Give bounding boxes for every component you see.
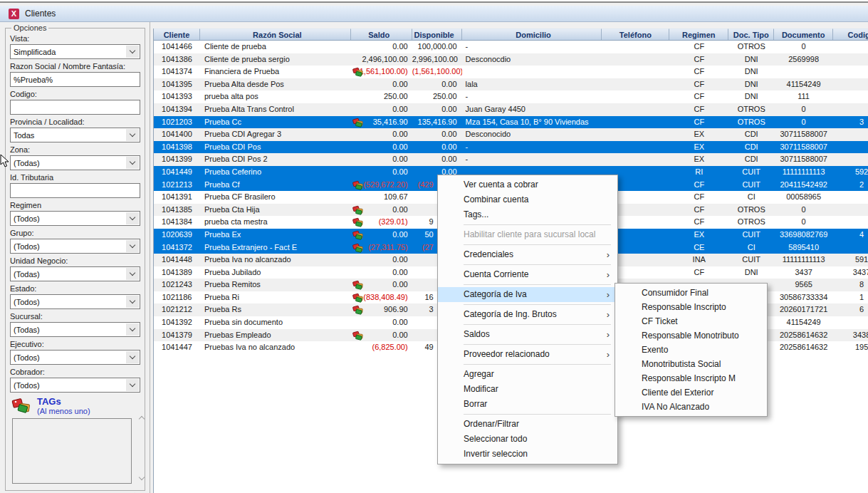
table-row[interactable]: 1041400Prueba CDI Agregar 30.000.00Desco… bbox=[154, 128, 868, 141]
cell-saldo: (6,825.00) bbox=[351, 341, 412, 354]
cell-regimen: EX bbox=[669, 141, 728, 154]
cell-saldo: 250.00 bbox=[351, 90, 412, 103]
cell-regimen: INA bbox=[669, 254, 728, 266]
estado-select[interactable]: (Todos) bbox=[10, 294, 140, 309]
provincia-localidad-select[interactable]: Todas bbox=[10, 128, 140, 142]
saldo-value: 0.00 bbox=[392, 255, 407, 264]
combo-dropdown-button[interactable] bbox=[126, 296, 139, 308]
column-header-documento[interactable]: Documento bbox=[774, 28, 833, 40]
column-header-disponible[interactable]: Disponible bbox=[412, 28, 462, 40]
regimen-select[interactable]: (Todos) bbox=[10, 211, 140, 226]
ejecutivo-select[interactable]: (Todos) bbox=[10, 350, 140, 365]
table-row[interactable]: 1041395Prueba Alta desde Pos0.000.00lala… bbox=[154, 78, 868, 91]
table-row[interactable]: 1041393prueba alta pos250.00250.00-CFDNI… bbox=[154, 90, 868, 103]
cell-cliente: 1041384 bbox=[154, 216, 200, 229]
razon-social-nombre-fantas-a-input[interactable]: %Prueba% bbox=[10, 72, 140, 87]
combo-dropdown-button[interactable] bbox=[126, 129, 139, 141]
unidad-negocio-select[interactable]: (Todas) bbox=[10, 266, 140, 281]
combo-dropdown-button[interactable] bbox=[126, 351, 139, 363]
submenu-item-exento[interactable]: Exento bbox=[615, 343, 767, 357]
submenu-item-consumidor-final[interactable]: Consumidor Final bbox=[615, 286, 767, 300]
saldo-value: 0.00 bbox=[392, 80, 407, 88]
table-row[interactable]: 1041398Prueba CDI Pos0.000.00-EXCDI30711… bbox=[154, 141, 868, 154]
combo-dropdown-button[interactable] bbox=[126, 157, 139, 169]
cell-doc-tipo: CI bbox=[728, 191, 774, 204]
cell-razon-social: Prueba CF Brasilero bbox=[200, 191, 351, 204]
menu-item-categor-a-de-ing-brutos[interactable]: Categoría de Ing. Brutos› bbox=[438, 307, 617, 322]
cell-telefono bbox=[602, 128, 669, 141]
cell-codigo bbox=[833, 242, 868, 254]
submenu-item-responsable-inscripto-m[interactable]: Responsable Inscripto M bbox=[615, 371, 767, 385]
column-header-regimen[interactable]: Regimen bbox=[669, 28, 728, 40]
menu-item-ver-cuenta-a-cobrar[interactable]: Ver cuenta a cobrar bbox=[438, 177, 617, 192]
field-label: Regimen bbox=[10, 201, 140, 210]
column-header-codigo[interactable]: Codigo bbox=[833, 28, 868, 40]
table-row[interactable]: 1041386Cliente de prueba sergio2,496,100… bbox=[154, 53, 868, 66]
codigo-input[interactable] bbox=[10, 100, 140, 115]
cell-codigo: 6 bbox=[833, 303, 868, 316]
column-header-cliente[interactable]: Cliente bbox=[154, 28, 200, 40]
menu-item-modificar[interactable]: Modificar bbox=[438, 382, 617, 397]
saldo-value: (838,408.49) bbox=[363, 293, 407, 301]
scroll-up-icon[interactable] bbox=[140, 417, 144, 421]
table-row[interactable]: 1041394Prueba Alta Trans Control0.000.00… bbox=[154, 103, 868, 116]
vista-select[interactable]: Simplificada bbox=[10, 44, 140, 59]
field-value: Todas bbox=[14, 131, 34, 140]
combo-dropdown-button[interactable] bbox=[126, 46, 139, 58]
submenu-item-cf-ticket[interactable]: CF Ticket bbox=[615, 314, 767, 328]
menu-item-agregar[interactable]: Agregar bbox=[438, 367, 617, 382]
grupo-select[interactable]: (Todos) bbox=[10, 239, 140, 254]
cell-razon-social: Prueba CDI Pos bbox=[200, 141, 351, 154]
submenu-item-cliente-del-exterior[interactable]: Cliente del Exterior bbox=[615, 385, 767, 400]
menu-item-tags[interactable]: Tags... bbox=[438, 207, 617, 222]
id-tributaria-input[interactable] bbox=[10, 183, 140, 198]
scroll-down-icon[interactable] bbox=[140, 475, 144, 479]
tags-listbox[interactable] bbox=[12, 418, 132, 484]
column-header-domicilio[interactable]: Domicilio bbox=[462, 28, 602, 40]
tags-icon bbox=[352, 180, 363, 190]
cell-razon-social: prueba cta mestra bbox=[200, 216, 351, 229]
submenu-item-iva-no-alcanzado[interactable]: IVA No Alcanzado bbox=[615, 400, 767, 414]
field-label: Unidad Negocio: bbox=[10, 256, 140, 266]
combo-dropdown-button[interactable] bbox=[126, 379, 139, 391]
sucursal-select[interactable]: (Todas) bbox=[10, 322, 140, 337]
menu-item-categor-a-de-iva[interactable]: Categoría de Iva› bbox=[438, 287, 617, 302]
zona-select[interactable]: (Todas) bbox=[10, 155, 140, 170]
menu-item-seleccionar-todo[interactable]: Seleccionar todo bbox=[438, 432, 617, 447]
cell-domicilio: - bbox=[462, 41, 602, 53]
menu-item-saldos[interactable]: Saldos› bbox=[438, 327, 617, 342]
table-row[interactable]: 1021203Prueba Cc35,416.90135,416.90Mza 1… bbox=[154, 116, 868, 129]
cell-cliente: 1041448 bbox=[154, 254, 200, 266]
menu-item-invertir-seleccion[interactable]: Invertir seleccion bbox=[438, 447, 617, 462]
combo-dropdown-button[interactable] bbox=[126, 268, 139, 280]
combo-dropdown-button[interactable] bbox=[126, 323, 139, 336]
saldo-value: 0.00 bbox=[392, 205, 407, 214]
cell-razon-social: Prueba Jubilado bbox=[200, 266, 351, 279]
tags-labels: TAGs (Al menos uno) bbox=[37, 397, 90, 415]
submenu-item-responsable-inscripto[interactable]: Responsable Inscripto bbox=[615, 300, 767, 314]
saldo-value: 35,416.90 bbox=[373, 118, 408, 126]
menu-item-combinar-cuenta[interactable]: Combinar cuenta bbox=[438, 192, 617, 207]
column-header-saldo[interactable]: Saldo bbox=[351, 28, 412, 40]
menu-item-credenciales[interactable]: Credenciales› bbox=[438, 247, 617, 262]
combo-dropdown-button[interactable] bbox=[126, 240, 139, 252]
table-row[interactable]: 1041466Cliente de prueba0.00100,000.00-C… bbox=[154, 41, 868, 53]
menu-item-borrar[interactable]: Borrar bbox=[438, 397, 617, 412]
menu-item-proveedor-relacionado[interactable]: Proveedor relacionado› bbox=[438, 347, 617, 362]
submenu-item-responsable-monotributo[interactable]: Responsable Monotributo bbox=[615, 328, 767, 343]
table-row[interactable]: 1041374Financiera de Prueba(1,561,100.00… bbox=[154, 66, 868, 78]
menu-item-cuenta-corriente[interactable]: Cuenta Corriente› bbox=[438, 267, 617, 282]
column-header-raz-n-social[interactable]: Razón Social bbox=[200, 28, 351, 40]
cell-saldo: 0.00 bbox=[351, 78, 412, 91]
cell-disponible: 135,416.90 bbox=[412, 116, 462, 129]
combo-dropdown-button[interactable] bbox=[126, 212, 139, 224]
column-header-tel-fono[interactable]: Teléfono bbox=[602, 28, 669, 40]
cell-razon-social: Prueba CDI Pos 2 bbox=[200, 153, 351, 166]
table-row[interactable]: 1041399Prueba CDI Pos 20.000.00-EXCDI307… bbox=[154, 153, 868, 166]
cobrador-select[interactable]: (Todos) bbox=[10, 378, 140, 393]
column-header-doc-tipo[interactable]: Doc. Tipo bbox=[728, 28, 774, 40]
chevron-down-icon bbox=[130, 48, 135, 53]
cell-doc-tipo: CUIT bbox=[728, 179, 774, 192]
menu-item-ordenar-filtrar[interactable]: Ordenar/Filtrar bbox=[438, 417, 617, 432]
submenu-item-monotributista-social[interactable]: Monotributista Social bbox=[615, 357, 767, 371]
